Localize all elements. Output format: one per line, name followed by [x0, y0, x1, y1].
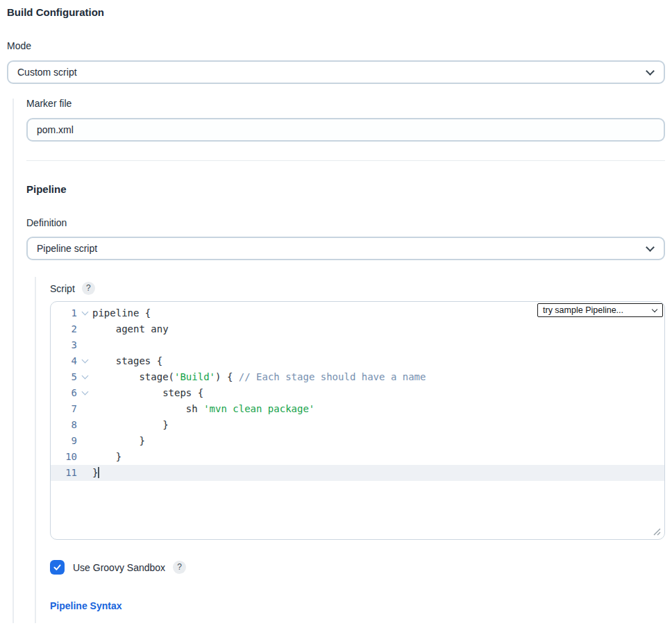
- pipeline-heading: Pipeline: [26, 183, 665, 195]
- resize-handle-icon[interactable]: [653, 528, 661, 536]
- code-line[interactable]: 8 }: [51, 417, 664, 433]
- script-label-row: Script ?: [50, 277, 665, 295]
- sample-pipeline-select-value: try sample Pipeline...: [543, 305, 623, 315]
- checkmark-icon: [53, 563, 62, 572]
- definition-select[interactable]: Pipeline script: [26, 237, 665, 260]
- code-text: sh 'mvn clean package': [92, 401, 314, 417]
- line-number: 2: [51, 321, 77, 337]
- text-cursor: [98, 467, 99, 478]
- code-line[interactable]: 4 stages {: [51, 353, 664, 369]
- script-label: Script: [50, 283, 75, 294]
- code-text: stage('Build') { // Each stage should ha…: [92, 369, 426, 385]
- code-text: agent any: [92, 321, 169, 337]
- script-editor[interactable]: 1pipeline {2 agent any34 stages {5 stage…: [50, 301, 665, 540]
- code-text: pipeline {: [92, 305, 151, 321]
- page-title: Build Configuration: [7, 7, 665, 18]
- line-number: 3: [51, 337, 77, 353]
- section-divider: [26, 160, 665, 161]
- fold-toggle-icon[interactable]: [81, 373, 88, 380]
- mode-select-value: Custom script: [17, 67, 77, 78]
- code-line[interactable]: 3: [51, 337, 664, 353]
- code-text: }: [92, 449, 121, 465]
- code-line[interactable]: 9 }: [51, 433, 664, 449]
- custom-script-section: Marker file Pipeline Definition Pipeline…: [12, 99, 665, 623]
- line-number: 10: [51, 449, 77, 465]
- pipeline-script-section: Script ? 1pipeline {2 agent any34 stages…: [35, 277, 665, 623]
- script-help-icon[interactable]: ?: [82, 282, 95, 295]
- marker-file-label: Marker file: [26, 99, 665, 109]
- line-number: 7: [51, 401, 77, 417]
- code-text: }: [92, 417, 169, 433]
- mode-label: Mode: [7, 41, 665, 51]
- chevron-down-icon: [652, 306, 657, 312]
- sandbox-row: Use Groovy Sandbox ?: [50, 560, 665, 575]
- code-area[interactable]: 1pipeline {2 agent any34 stages {5 stage…: [51, 305, 664, 481]
- line-number: 4: [51, 353, 77, 369]
- build-config-page: Build Configuration Mode Custom script M…: [0, 0, 672, 623]
- code-text: steps {: [92, 385, 203, 401]
- definition-select-value: Pipeline script: [37, 243, 97, 254]
- pipeline-syntax-link[interactable]: Pipeline Syntax: [50, 600, 121, 611]
- code-line[interactable]: 5 stage('Build') { // Each stage should …: [51, 369, 664, 385]
- chevron-down-icon: [646, 243, 655, 252]
- sandbox-help-icon[interactable]: ?: [173, 561, 186, 574]
- fold-toggle-icon[interactable]: [81, 309, 88, 316]
- code-text: }: [92, 433, 145, 449]
- code-line[interactable]: 2 agent any: [51, 321, 664, 337]
- code-text: stages {: [92, 353, 162, 369]
- code-line[interactable]: 7 sh 'mvn clean package': [51, 401, 664, 417]
- line-number: 6: [51, 385, 77, 401]
- line-number: 11: [51, 465, 77, 481]
- sample-pipeline-select[interactable]: try sample Pipeline...: [537, 303, 663, 317]
- fold-toggle-icon[interactable]: [81, 357, 88, 364]
- marker-file-input[interactable]: [26, 118, 665, 142]
- line-number: 1: [51, 305, 77, 321]
- line-number: 5: [51, 369, 77, 385]
- code-line[interactable]: 11}: [51, 465, 664, 481]
- code-line[interactable]: 6 steps {: [51, 385, 664, 401]
- code-text: }: [92, 465, 99, 481]
- mode-select[interactable]: Custom script: [7, 60, 665, 84]
- line-number: 9: [51, 433, 77, 449]
- groovy-sandbox-label: Use Groovy Sandbox: [73, 562, 165, 573]
- line-number: 8: [51, 417, 77, 433]
- definition-label: Definition: [26, 218, 665, 228]
- chevron-down-icon: [646, 67, 655, 76]
- groovy-sandbox-checkbox[interactable]: [50, 560, 65, 575]
- fold-toggle-icon[interactable]: [81, 389, 88, 396]
- code-line[interactable]: 10 }: [51, 449, 664, 465]
